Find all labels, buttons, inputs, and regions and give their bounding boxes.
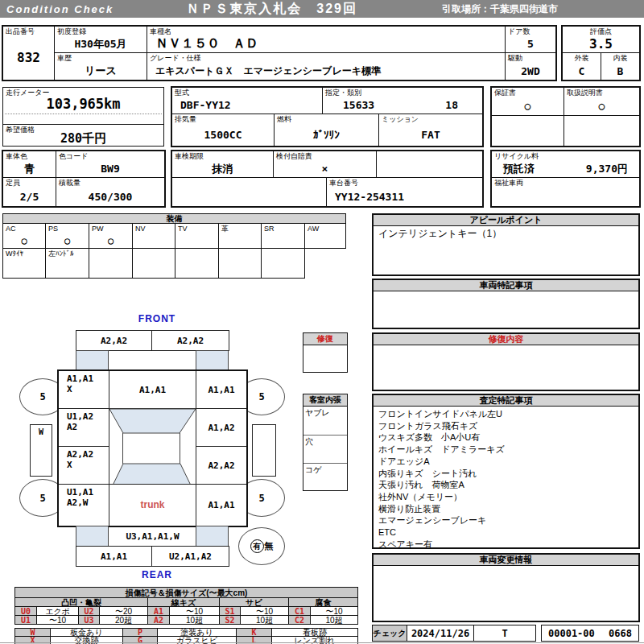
warranty-cell: 保証書 ○ — [491, 87, 564, 116]
cabin-row-tear: ヤブレ — [303, 407, 347, 435]
transmission-value: FAT — [379, 123, 482, 146]
check-no1: 00001-00 — [548, 628, 595, 639]
equipment-label: AW — [305, 224, 345, 233]
equipment-label: 左ﾊﾝﾄﾞﾙ — [46, 249, 89, 258]
legend-desc: 〜10 — [36, 615, 79, 625]
exterior-grade-value: C — [563, 62, 601, 80]
capacity-cell: 定員 2/5 — [2, 177, 56, 207]
spare-yes-circled: 有 — [250, 539, 264, 553]
drive-cell: 駆動 2WD — [505, 52, 556, 80]
repair-flag-box: 修復 — [303, 332, 348, 373]
assessment-line: エマージェンシーブレーキ — [378, 514, 634, 526]
color-code-value: BW9 — [56, 160, 164, 177]
empty-cell — [491, 115, 564, 147]
panel-door-front-left: U1,A2 A2 — [58, 408, 109, 447]
warranty-mark: ○ — [492, 97, 564, 115]
displacement-cell: 排気量 1500CC — [171, 114, 275, 147]
sill-right — [252, 424, 276, 477]
sill-left: W — [30, 424, 52, 477]
price-value: 280千円 — [3, 132, 163, 146]
body-color-cell: 車体色 青 — [2, 151, 56, 178]
insurance-cell: 検付自賠責 × — [273, 151, 377, 178]
grade-cell: グレード・仕様 エキスパートＧＸ エマージェンシーブレーキ標準 — [147, 52, 506, 80]
legend-code: U3 — [78, 615, 100, 625]
assessment-line: 横滑り防止装置 — [378, 503, 634, 515]
damage-code: A2 — [67, 422, 109, 432]
appeal-line: インテリジェントキー（1） — [374, 226, 638, 242]
model-code-cell: 型式 DBF-YY12 — [171, 87, 323, 114]
damage-code: X — [67, 460, 109, 470]
auction-condition-sheet: Condition Check ＮＰＳ東京入札会 329回 引取場所：千葉県四街… — [0, 0, 644, 644]
chassis-cell: 車台番号 YY12-254311 — [326, 177, 483, 207]
vehicle-notes-panel: 車両特記事項 — [372, 279, 640, 329]
damage-code: A2,W — [67, 497, 109, 508]
equipment-cell-empty — [261, 248, 305, 279]
appeal-title: アピールポイント — [374, 215, 638, 226]
model-name-cell: 車種名 ＮＶ１５０ ＡＤ — [147, 26, 506, 53]
cabin-row-hole: 穴 — [303, 435, 347, 463]
legend-desc: 10超 — [169, 615, 220, 625]
check-date: 2024/11/26 — [407, 625, 474, 642]
panel-quarter-rear-right: A1,A1 — [196, 484, 247, 526]
fuel-value: ｶﾞｿﾘﾝ — [275, 123, 378, 146]
legend-title: 損傷記号＆損傷サイズ(〜最大cm) — [14, 587, 358, 598]
spare-tire-indicator: 有 無 — [238, 527, 285, 565]
check-staff: T — [473, 625, 536, 642]
assessment-panel: 査定特記事項 フロントインサイドパネル左U フロントガラス飛石キズ ウスキズ多数… — [372, 394, 640, 549]
capacity-value: 2/5 — [3, 187, 56, 206]
first-registration-value: H30年05月 — [55, 35, 147, 52]
insurance-mark: × — [274, 160, 376, 177]
legend-code: U1 — [14, 615, 37, 625]
class-no2: 18 — [445, 99, 458, 111]
history-cell: 車歴 リース — [54, 52, 147, 80]
change-info-title: 車両変更情報 — [374, 555, 638, 566]
equipment-label: SR — [262, 224, 304, 233]
panel-hood: A1,A1 — [109, 370, 196, 409]
recycle-fee-values: 預託済 9,370円 — [492, 160, 639, 177]
check-no2: 0668 — [609, 628, 632, 639]
legend-code: S2 — [219, 615, 241, 625]
equipment-cell-empty — [175, 248, 219, 279]
rear-pillar-left — [76, 526, 109, 547]
assessment-line: フロントインサイドパネル左U — [378, 408, 634, 420]
lot-number-cell: 出品番号 832 — [2, 26, 55, 80]
panel-front-bumper-right: A2,A2 — [151, 330, 229, 351]
damage-code: U1,A1 — [67, 487, 109, 497]
class-values: 15633 18 — [323, 97, 482, 114]
assessment-lines: フロントインサイドパネル左U フロントガラス飛石キズ ウスキズ多数 小A小U有 … — [374, 407, 638, 551]
assessment-line: ETC — [378, 526, 634, 539]
equipment-mark: ○ — [89, 233, 132, 248]
drive-value: 2WD — [506, 62, 555, 80]
front-pillar-left — [76, 350, 109, 371]
equipment-cell-ps: PS○ — [45, 223, 89, 249]
history-value: リース — [55, 62, 147, 80]
roof — [122, 433, 180, 464]
odometer-price-box: 走行メーター 103,965km 希望価格 280千円 — [2, 87, 164, 147]
equipment-cell-sr: SR — [261, 223, 305, 249]
title-bar: Condition Check ＮＰＳ東京入札会 329回 引取場所：千葉県四街… — [0, 0, 644, 18]
brand-logo: Condition Check — [6, 3, 114, 15]
change-info-panel: 車両変更情報 — [372, 553, 640, 622]
panel-front-bumper-left: A2,A2 — [76, 330, 152, 351]
pickup-location: 引取場所：千葉県四街道市 — [442, 2, 558, 16]
displacement-value: 1500CC — [172, 123, 274, 146]
panel-back-panel: U3,A1,A1,W — [109, 526, 196, 547]
diagram-rear-label: REAR — [121, 569, 193, 580]
legend-desc: 10超 — [240, 615, 289, 625]
appeal-panel: アピールポイント インテリジェントキー（1） — [372, 213, 640, 276]
equipment-cell-tv: TV — [175, 223, 219, 249]
damage-code: U1,A2 — [67, 411, 109, 422]
divider — [5, 114, 162, 114]
recycle-fee-cell: リサイクル料 預託済 9,370円 — [491, 151, 640, 178]
panel-quarter-rear-left: U1,A1 A2,W — [58, 484, 109, 526]
repair-details-title: 修復内容 — [374, 334, 638, 345]
empty-cell — [376, 151, 483, 178]
score-cell: 評価点 3.5 — [562, 26, 640, 53]
equipment-cell-empty — [132, 248, 175, 279]
equipment-cell-wtire: Wﾀｲﾔ — [2, 248, 46, 279]
class-cell: 指定・類別 15633 18 — [322, 87, 483, 114]
assessment-line: フロントガラス飛石キズ — [378, 420, 634, 432]
equipment-cell-lhd: 左ﾊﾝﾄﾞﾙ — [45, 248, 89, 279]
assessment-line: 社外NV（メモリー） — [378, 491, 634, 503]
damage-code: X — [67, 384, 109, 394]
